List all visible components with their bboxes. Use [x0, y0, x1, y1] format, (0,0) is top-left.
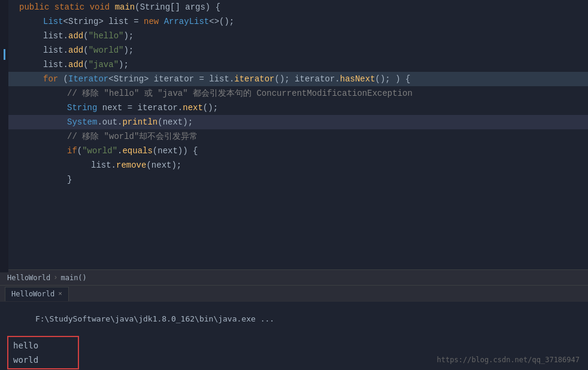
- code-line-5: list.add("java");: [8, 57, 588, 72]
- code-line-2: List<String> list = new ArrayList<>();: [8, 14, 588, 29]
- code-line-10: // 移除 "world"却不会引发异常: [8, 129, 588, 144]
- code-line-13: }: [8, 172, 588, 187]
- console-tab[interactable]: HelloWorld ×: [5, 287, 69, 301]
- breadcrumb-method: main(): [60, 274, 86, 282]
- breadcrumb-bar: HelloWorld › main(): [0, 269, 588, 285]
- breadcrumb-separator: ›: [53, 274, 57, 282]
- code-line-3: list.add("hello");: [8, 29, 588, 43]
- console-tab-label: HelloWorld: [11, 290, 54, 298]
- code-line-7: // 移除 "hello" 或 "java" 都会引发本句的 Concurren…: [8, 86, 588, 101]
- console-command-line: F:\StudySoftware\java\jdk1.8.0_162\bin\j…: [7, 304, 581, 333]
- code-line-6: for (Iterator<String> iterator = list.it…: [8, 72, 588, 86]
- code-line-4: list.add("world");: [8, 43, 588, 57]
- console-output-world: world: [13, 353, 73, 367]
- console-output-area: F:\StudySoftware\java\jdk1.8.0_162\bin\j…: [0, 302, 588, 370]
- code-line-8: String next = iterator.next();: [8, 101, 588, 115]
- code-editor[interactable]: public static void main(String[] args) {…: [0, 0, 588, 269]
- ide-window: public static void main(String[] args) {…: [0, 0, 588, 370]
- code-line-12: list.remove(next);: [8, 158, 588, 172]
- blog-url: https://blog.csdn.net/qq_37186947: [437, 354, 580, 365]
- breadcrumb-class: HelloWorld: [7, 274, 50, 282]
- console-tab-bar: HelloWorld ×: [0, 285, 588, 302]
- code-line-9: System.out.println(next);: [8, 115, 588, 129]
- console-output-box: hello world: [7, 336, 79, 369]
- code-line-11: if("world".equals(next)) {: [8, 144, 588, 158]
- console-output-hello: hello: [13, 338, 73, 353]
- console-tab-close[interactable]: ×: [58, 290, 62, 298]
- left-gutter: [0, 0, 8, 272]
- code-line-1: public static void main(String[] args) {: [8, 0, 588, 14]
